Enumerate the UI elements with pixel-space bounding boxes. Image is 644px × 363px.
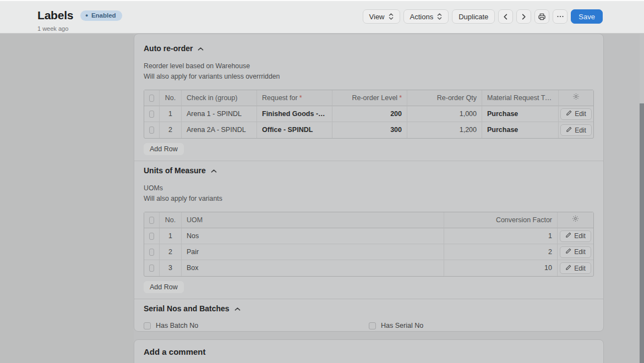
edit-row-button[interactable]: Edit [560, 246, 591, 258]
edit-button-label: Edit [574, 265, 586, 272]
pencil-icon [565, 232, 571, 240]
row-checkbox[interactable] [149, 111, 154, 118]
select-caret-icon [389, 13, 394, 20]
status-dot-icon: • [85, 13, 88, 18]
comment-section-title: Add a comment [144, 347, 603, 356]
gear-icon [572, 90, 580, 106]
grid-header-reorder-level: Re-order Level* [332, 90, 407, 106]
section-title: Serial Nos and Batches [144, 304, 230, 313]
has-serial-checkbox[interactable] [369, 322, 376, 329]
gear-icon [572, 212, 579, 228]
row-checkbox[interactable] [149, 265, 154, 272]
status-badge: • Enabled [80, 10, 122, 21]
grid-header-request-for: Request for* [257, 90, 332, 106]
add-row-button[interactable]: Add Row [144, 143, 184, 155]
edit-button-label: Edit [574, 232, 586, 240]
row-no-cell: 2 [160, 122, 182, 138]
row-edit-cell: Edit [558, 260, 593, 276]
required-mark: * [299, 94, 302, 102]
toolbar: View Actions Duplicate [363, 9, 603, 24]
row-material-request-type-cell: Purchase [482, 122, 559, 138]
row-check-in-cell: Arena 1 - SPINDL [182, 106, 257, 122]
last-modified-label: 1 week ago [37, 25, 68, 32]
next-document-button[interactable] [516, 9, 531, 24]
row-select-cell[interactable] [144, 122, 160, 138]
section-units-of-measure: Units of Measure UOMs Will also apply fo… [134, 161, 603, 299]
scrollbar-thumb[interactable] [640, 103, 644, 363]
grid-header-conversion-factor: Conversion Factor [444, 212, 558, 228]
form-sidebar [0, 34, 134, 363]
has-serial-field: Has Serial No [369, 322, 594, 329]
uom-grid: No. UOM Conversion Factor 1 Nos 1 Edit [144, 212, 594, 277]
select-all-checkbox[interactable] [149, 217, 154, 224]
required-mark: * [399, 94, 402, 102]
row-reorder-level-cell: 300 [332, 122, 407, 138]
row-uom-cell: Pair [182, 244, 444, 260]
grid-header-select-all[interactable] [144, 212, 160, 228]
edit-button-label: Edit [575, 110, 586, 118]
row-reorder-level-cell: 200 [332, 106, 407, 122]
row-select-cell[interactable] [144, 228, 160, 244]
grid-settings-button[interactable] [559, 90, 593, 106]
grid-header-select-all[interactable] [144, 90, 160, 106]
duplicate-button[interactable]: Duplicate [452, 9, 495, 24]
form-card: Auto re-order Reorder level based on War… [134, 34, 604, 332]
section-uom-header[interactable]: Units of Measure [144, 161, 594, 175]
row-select-cell[interactable] [144, 244, 160, 260]
page-head: Labels • Enabled 1 week ago View Actions [0, 0, 644, 34]
pencil-icon [565, 248, 571, 256]
edit-row-button[interactable]: Edit [560, 262, 591, 274]
edit-row-button[interactable]: Edit [560, 108, 592, 120]
view-button[interactable]: View [363, 9, 400, 24]
row-checkbox[interactable] [149, 127, 154, 134]
row-select-cell[interactable] [144, 106, 160, 122]
row-uom-cell: Box [182, 260, 444, 276]
uom-description-line1: UOMs [144, 183, 594, 194]
has-batch-field: Has Batch No [144, 322, 369, 329]
edit-row-button[interactable]: Edit [560, 230, 591, 242]
select-all-checkbox[interactable] [149, 95, 154, 102]
row-conversion-factor-cell: 1 [444, 228, 558, 244]
prev-document-button[interactable] [498, 9, 513, 24]
edit-row-button[interactable]: Edit [560, 124, 592, 136]
uom-description-line2: Will also apply for variants [144, 194, 594, 204]
menu-button[interactable] [553, 9, 567, 24]
pencil-icon [565, 265, 571, 272]
actions-button[interactable]: Actions [403, 9, 449, 24]
has-batch-checkbox[interactable] [144, 322, 151, 329]
section-serial-header[interactable]: Serial Nos and Batches [144, 299, 594, 314]
row-edit-cell: Edit [558, 228, 593, 244]
reorder-description-line2: Will also apply for variants unless over… [144, 72, 594, 82]
chevron-up-icon [234, 304, 241, 314]
row-conversion-factor-cell: 10 [444, 260, 558, 276]
duplicate-button-label: Duplicate [459, 13, 488, 21]
edit-button-label: Edit [574, 248, 586, 256]
section-title: Units of Measure [144, 166, 206, 175]
chevron-left-icon [502, 13, 509, 20]
row-edit-cell: Edit [559, 122, 593, 138]
item-detail-page: Labels • Enabled 1 week ago View Actions [0, 0, 644, 363]
row-select-cell[interactable] [144, 260, 160, 276]
row-edit-cell: Edit [558, 244, 593, 260]
reorder-grid: No. Check in (group) Request for* Re-ord… [144, 90, 594, 139]
grid-header-no: No. [160, 90, 182, 106]
section-auto-reorder: Auto re-order Reorder level based on War… [134, 34, 603, 161]
pencil-icon [566, 127, 572, 134]
section-auto-reorder-header[interactable]: Auto re-order [144, 34, 594, 53]
row-checkbox[interactable] [149, 233, 154, 240]
row-checkbox[interactable] [149, 249, 154, 256]
view-button-label: View [369, 13, 385, 21]
row-edit-cell: Edit [559, 106, 593, 122]
row-no-cell: 3 [160, 260, 182, 276]
row-no-cell: 1 [160, 228, 182, 244]
grid-settings-button[interactable] [558, 212, 593, 228]
save-button[interactable]: Save [571, 9, 603, 24]
page-title: Labels [37, 9, 73, 22]
select-caret-icon [437, 13, 442, 20]
print-button[interactable] [534, 9, 549, 24]
chevron-right-icon [520, 13, 527, 20]
row-reorder-qty-cell: 1,200 [407, 122, 482, 138]
section-serial-batches: Serial Nos and Batches Has Batch No Has … [134, 299, 603, 329]
section-title: Auto re-order [144, 44, 193, 53]
add-row-button[interactable]: Add Row [144, 281, 184, 293]
